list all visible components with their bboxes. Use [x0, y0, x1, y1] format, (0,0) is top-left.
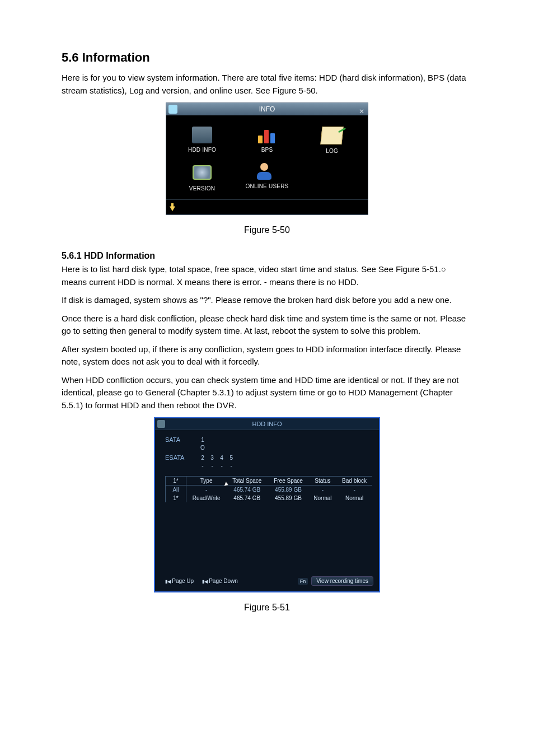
- col-index: 1*: [166, 477, 186, 486]
- sub-p1: Here is to list hard disk type, total sp…: [62, 263, 472, 288]
- fn-key-label[interactable]: Fn: [298, 578, 308, 585]
- table-row: All - 465.74 GB 455.89 GB - -: [166, 486, 373, 494]
- info-hintbar: [166, 199, 368, 214]
- hdd-label: HDD INFO: [170, 147, 235, 153]
- intro-paragraph: Here is for you to view system informati…: [62, 72, 472, 97]
- info-item-empty: [299, 160, 364, 197]
- window-icon: [168, 105, 177, 114]
- info-window: INFO ✕ HDD INFO BPS LOG VERSION ONLI: [166, 102, 368, 215]
- esata-marks-row: - - - -: [165, 461, 372, 469]
- version-label: VERSION: [170, 185, 235, 192]
- col-type: Type: [186, 477, 227, 486]
- info-item-log[interactable]: LOG: [299, 123, 364, 160]
- log-label: LOG: [299, 148, 364, 154]
- table-row[interactable]: 1* Read/Write 465.74 GB 455.89 GB Normal…: [166, 494, 373, 502]
- subsection-heading: 5.6.1 HDD Information: [62, 251, 472, 261]
- col-free: Free Space: [268, 477, 308, 486]
- info-item-version[interactable]: VERSION: [170, 160, 235, 197]
- esata-marks: - - - -: [199, 462, 235, 469]
- sata-label: SATA: [165, 436, 191, 443]
- sata-numbers: 1: [199, 436, 207, 443]
- bps-label: BPS: [235, 147, 299, 153]
- sub-p3: Once there is a hard disk confliction, p…: [62, 312, 472, 338]
- info-title: INFO: [259, 105, 275, 113]
- esata-row: ESATA 2 3 4 5: [165, 454, 372, 461]
- page-up-button[interactable]: Page Up: [165, 578, 194, 584]
- figure-caption-1: Figure 5-50: [62, 225, 472, 235]
- log-icon: [320, 127, 343, 144]
- sata-marks-row: O: [165, 444, 372, 451]
- info-item-hdd[interactable]: HDD INFO: [170, 123, 235, 160]
- col-bad: Bad block: [336, 477, 372, 486]
- close-icon[interactable]: ✕: [359, 105, 364, 118]
- hdd-title: HDD INFO: [252, 421, 282, 427]
- online-users-icon: [257, 163, 277, 180]
- esata-numbers: 2 3 4 5: [199, 454, 235, 461]
- sata-marks: O: [199, 444, 207, 451]
- hdd-titlebar: HDD INFO: [155, 418, 379, 430]
- version-icon: [193, 165, 212, 180]
- hdd-info-window: HDD INFO SATA 1 O ESATA 2 3 4: [154, 417, 380, 592]
- info-titlebar: INFO ✕: [166, 103, 368, 115]
- bps-icon: [257, 127, 277, 143]
- sub-p4: After system booted up, if there is any …: [62, 343, 472, 368]
- page-down-button[interactable]: Page Down: [202, 578, 238, 584]
- section-heading: 5.6 Information: [62, 50, 472, 65]
- sata-row: SATA 1: [165, 436, 372, 444]
- table-header-row: 1* Type Total Space Free Space Status Ba…: [166, 477, 373, 486]
- col-total: Total Space: [226, 477, 268, 486]
- sub-p2: If disk is damaged, system shows as "?".…: [62, 294, 472, 307]
- esata-label: ESATA: [165, 454, 191, 461]
- sub-p5: When HDD confliction occurs, you can che…: [62, 374, 472, 412]
- hdd-icon: [192, 127, 212, 143]
- view-recording-times-button[interactable]: View recording times: [311, 576, 373, 586]
- info-item-online-users[interactable]: ONLINE USERS: [235, 160, 299, 197]
- info-item-bps[interactable]: BPS: [235, 123, 299, 160]
- col-status: Status: [309, 477, 336, 486]
- figure-caption-2: Figure 5-51: [62, 603, 472, 613]
- window-icon: [157, 420, 165, 428]
- hdd-table: 1* Type Total Space Free Space Status Ba…: [165, 476, 372, 502]
- online-users-label: ONLINE USERS: [235, 183, 299, 189]
